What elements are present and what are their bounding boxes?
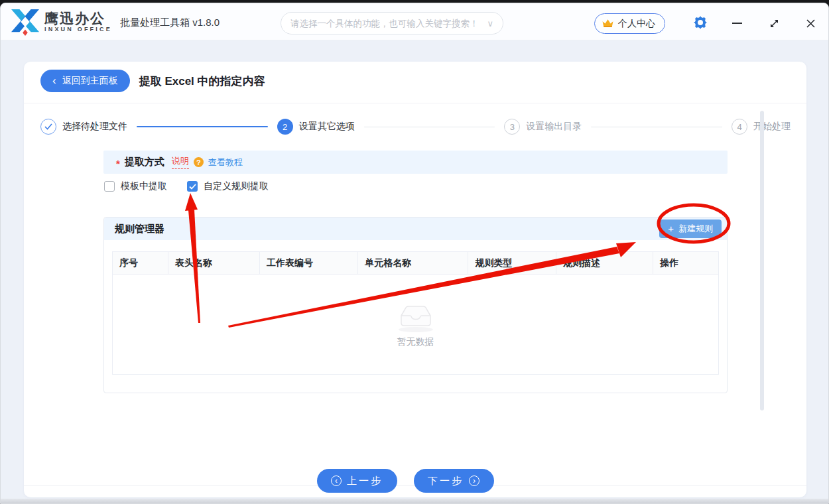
user-center-button[interactable]: 个人中心	[594, 13, 665, 34]
rule-manager-header: 规则管理器 + 新建规则	[104, 218, 727, 240]
step-1-check-icon	[40, 119, 56, 135]
main-card: ‹ 返回到主面板 提取 Excel 中的指定内容 选择待处理文件 2 设置其它选…	[24, 62, 806, 497]
help-link[interactable]: 说明	[172, 155, 189, 169]
footer-navigation: ‹ 上一步 下一步 ›	[24, 469, 806, 493]
checkbox-unchecked-icon[interactable]	[104, 181, 115, 192]
step-4-label: 开始处理	[753, 121, 791, 133]
close-button[interactable]	[804, 17, 817, 30]
prev-step-label: 上一步	[347, 475, 383, 487]
col-actions: 操作	[653, 252, 719, 275]
checkbox-custom-rule-extract[interactable]: 自定义规则提取	[187, 180, 269, 192]
title-divider	[24, 103, 806, 103]
next-step-button[interactable]: 下一步 ›	[414, 469, 494, 493]
circle-arrow-right-icon: ›	[469, 475, 479, 486]
view-tutorial-link[interactable]: 查看教程	[208, 157, 243, 168]
chevron-left-icon: ‹	[52, 75, 56, 86]
extract-mode-section-header: * 提取方式 说明 ? 查看教程	[103, 151, 728, 174]
extract-mode-title: 提取方式	[125, 156, 164, 168]
step-connector-done	[137, 126, 268, 127]
step-3-output-dir: 3 设置输出目录	[504, 119, 582, 135]
settings-gear-icon[interactable]	[694, 16, 707, 29]
brand-x-icon	[10, 8, 40, 36]
app-title: 批量处理工具箱 v1.8.0	[120, 17, 220, 29]
step-indicator: 选择待处理文件 2 设置其它选项 3 设置输出目录 4 开始处理	[40, 111, 791, 143]
empty-state: 暂无数据	[113, 300, 718, 348]
step-4-number: 4	[732, 119, 747, 135]
step-3-number: 3	[504, 119, 520, 135]
brand-logo: 鹰迅办公 INXUN OFFICE	[10, 8, 112, 36]
question-mark-icon[interactable]: ?	[194, 157, 204, 167]
scrollbar-thumb[interactable]	[760, 111, 764, 410]
user-center-label: 个人中心	[618, 18, 655, 30]
col-rule-desc: 规则描述	[556, 252, 653, 275]
checkbox-template-label: 模板中提取	[121, 180, 167, 192]
col-cell-name: 单元格名称	[358, 252, 468, 275]
brand-name-cn: 鹰迅办公	[44, 11, 112, 26]
resize-diagonal-icon	[769, 19, 779, 29]
topbar: 鹰迅办公 INXUN OFFICE 批量处理工具箱 v1.8.0 ∨ 个人中心	[1, 3, 828, 40]
rules-table-header-row: 序号 表头名称 工作表编号 单元格名称 规则类型 规则描述 操作	[113, 252, 719, 275]
required-asterisk: *	[116, 158, 120, 169]
page-title: 提取 Excel 中的指定内容	[139, 74, 265, 89]
brand-name-en: INXUN OFFICE	[44, 26, 112, 33]
circle-arrow-left-icon: ‹	[331, 475, 342, 486]
col-sheet-no: 工作表编号	[260, 252, 358, 275]
function-search-select[interactable]: ∨	[281, 12, 503, 34]
back-button-label: 返回到主面板	[62, 75, 118, 87]
new-rule-label: 新建规则	[678, 223, 713, 235]
empty-box-icon	[393, 300, 439, 334]
rules-empty-row: 暂无数据	[113, 275, 719, 375]
step-2-other-options: 2 设置其它选项	[277, 119, 355, 135]
checkbox-checked-icon[interactable]	[187, 181, 198, 192]
rule-manager-title: 规则管理器	[115, 223, 164, 235]
app-window: 鹰迅办公 INXUN OFFICE 批量处理工具箱 v1.8.0 ∨ 个人中心	[0, 3, 829, 504]
checkbox-template-extract[interactable]: 模板中提取	[104, 180, 167, 192]
search-input[interactable]	[290, 19, 483, 29]
checkbox-custom-rule-label: 自定义规则提取	[204, 180, 269, 192]
extract-mode-options: 模板中提取 自定义规则提取	[104, 178, 269, 194]
chevron-down-icon[interactable]: ∨	[487, 19, 493, 29]
window-bottom-edge	[1, 499, 828, 503]
step-3-label: 设置输出目录	[526, 121, 582, 133]
next-step-label: 下一步	[428, 475, 464, 487]
close-icon	[806, 19, 816, 29]
step-connector-todo	[591, 127, 722, 127]
minimize-button[interactable]	[730, 17, 743, 30]
step-1-label: 选择待处理文件	[62, 121, 127, 133]
empty-state-text: 暂无数据	[397, 336, 434, 348]
step-2-number: 2	[277, 119, 293, 135]
plus-icon: +	[668, 223, 674, 233]
back-to-dashboard-button[interactable]: ‹ 返回到主面板	[40, 70, 130, 92]
rules-table: 序号 表头名称 工作表编号 单元格名称 规则类型 规则描述 操作	[112, 251, 719, 375]
col-rule-type: 规则类型	[468, 252, 556, 275]
minimize-icon	[732, 23, 742, 24]
crown-icon	[602, 19, 614, 29]
title-row: ‹ 返回到主面板 提取 Excel 中的指定内容	[40, 70, 265, 92]
resize-button[interactable]	[767, 17, 781, 30]
rule-manager-panel: 规则管理器 + 新建规则 序号 表头名称 工作表编号 单元格名称 规则类型	[103, 217, 728, 393]
step-1-select-files: 选择待处理文件	[40, 119, 127, 135]
step-connector-todo	[364, 127, 495, 127]
col-header-name: 表头名称	[168, 252, 260, 275]
col-index: 序号	[113, 252, 168, 275]
new-rule-button[interactable]: + 新建规则	[659, 220, 722, 238]
rule-manager-body: 序号 表头名称 工作表编号 单元格名称 规则类型 规则描述 操作	[104, 240, 727, 386]
prev-step-button[interactable]: ‹ 上一步	[317, 469, 397, 493]
step-2-label: 设置其它选项	[299, 121, 355, 133]
